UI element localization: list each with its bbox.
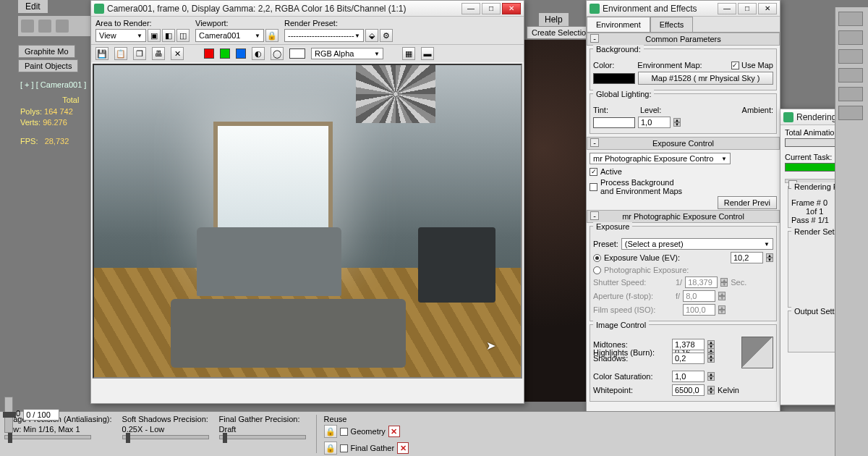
geometry-lock-icon[interactable]: 🔒 [324,425,337,438]
clear-icon[interactable]: ✕ [171,47,184,60]
hierarchy-tab-icon[interactable] [838,49,863,64]
app-icon [783,112,793,122]
modify-tab-icon[interactable] [838,30,863,45]
channel-blue[interactable] [236,48,246,59]
minimize-button[interactable]: — [461,3,480,14]
whitepoint-input[interactable]: 6500,0 [672,384,705,396]
common-params-header[interactable]: -Common Parameters [587,33,780,46]
global-lighting-group: Global Lighting: [593,90,654,98]
env-map-button[interactable]: Map #1528 ( mr Physical Sky ) [638,72,773,85]
maximize-button[interactable]: □ [482,3,501,14]
fg-check-label: Final Gather [351,444,395,452]
blowup-icon[interactable]: ◫ [176,29,190,42]
ambient-label: Ambient: [742,106,773,114]
midtones-input[interactable]: 1,378 [672,339,705,350]
render-preview-button[interactable]: Render Previ [718,196,777,209]
close-button[interactable]: ✕ [502,3,521,14]
crop-icon[interactable]: ◧ [162,29,175,42]
clone-icon[interactable]: ❐ [133,47,146,60]
fg-lock-icon[interactable]: 🔒 [324,442,337,455]
preset-select[interactable]: -------------------------▼ [284,29,364,42]
ev-spinner[interactable]: ▲▼ [766,253,773,262]
shutter-input: 18,379 [685,276,718,288]
mr-photographic-header[interactable]: -mr Photographic Exposure Control [587,210,780,223]
tint-swatch[interactable] [593,117,635,128]
lock-icon[interactable]: 🔒 [265,29,278,42]
render-bucket [356,65,435,123]
channel-alpha-icon[interactable]: ◐ [252,47,265,60]
exposure-control-header[interactable]: -Exposure Control [587,137,780,150]
area-select[interactable]: View▼ [95,29,146,42]
soft-shadows-slider[interactable] [122,435,209,439]
render-setup-icon[interactable]: ⚙ [380,29,393,42]
maximize-button[interactable]: □ [738,3,757,14]
ev-input[interactable]: 10,2 [731,252,763,263]
expo-preset-label: Preset: [593,240,618,248]
fg-checkbox[interactable] [340,444,348,452]
midtones-spinner[interactable]: ▲▼ [707,340,715,349]
bg-color-swatch[interactable] [289,48,305,59]
channel-red[interactable] [204,48,214,59]
main-toolbar [18,16,98,36]
copy-icon[interactable]: 📋 [114,47,127,60]
channel-green[interactable] [220,48,230,59]
render-output-viewport[interactable]: ➤ [93,64,522,379]
tab-graphite[interactable]: Graphite Mo [18,45,75,58]
menu-edit[interactable]: Edit [18,0,48,13]
shutter-label: Shutter Speed: [593,278,673,287]
menu-help[interactable]: Help [539,13,569,26]
pe-label: Photographic Exposure: [604,266,689,274]
exposure-type-select[interactable]: mr Photographic Exposure Contro▼ [590,153,731,164]
viewport-select[interactable]: Camera001▼ [195,29,264,42]
channel-select[interactable]: RGB Alpha▼ [311,48,383,59]
current-task-label: Current Task: [785,153,832,161]
region-icon[interactable]: ▣ [148,29,161,42]
use-map-checkbox[interactable]: ✓ [731,62,739,69]
level-input[interactable]: 1,0 [638,117,671,128]
expo-preset-select[interactable]: (Select a preset)▼ [621,238,773,250]
shadows-spinner[interactable]: ▲▼ [707,354,715,363]
reuse-label: Reuse [324,415,409,423]
level-spinner[interactable]: ▲▼ [673,118,681,127]
midtones-label: Midtones: [593,340,669,349]
tab-paint-objects[interactable]: Paint Objects [18,59,78,72]
utilities-tab-icon[interactable] [838,106,863,120]
tab-effects[interactable]: Effects [650,17,693,32]
geometry-delete-button[interactable]: ✕ [388,426,400,437]
level-label: Level: [640,106,661,114]
tint-label: Tint: [593,106,608,114]
whitepoint-spinner[interactable]: ▲▼ [707,386,715,394]
save-icon[interactable]: 💾 [95,47,109,60]
colorsat-spinner[interactable]: ▲▼ [707,372,715,381]
motion-tab-icon[interactable] [838,68,863,83]
viewport-stats: [ + ] [ Camera001 ] Total Polys: 164 742… [20,80,86,147]
shadows-label: Shadows: [593,354,669,363]
render-window-title: Camera001, frame 0, Display Gamma: 2,2, … [107,4,460,14]
colorsat-input[interactable]: 1,0 [672,371,705,382]
fg-delete-button[interactable]: ✕ [397,442,409,454]
perspective-viewport[interactable] [524,40,586,402]
display-tab-icon[interactable] [838,87,863,101]
toggle-overlay-icon[interactable]: ▦ [402,47,415,60]
colorsat-label: Color Saturation: [593,372,669,381]
tab-environment[interactable]: Environment [587,17,650,32]
toggle-ui-icon[interactable]: ▬ [421,47,434,60]
shadows-input[interactable]: 0,2 [672,352,705,364]
pe-radio[interactable] [593,266,601,274]
render-production-icon[interactable]: ⬙ [365,29,378,42]
minimize-button[interactable]: — [718,3,736,14]
close-button[interactable]: ✕ [758,3,777,14]
timeline-slider[interactable] [4,397,13,433]
print-icon[interactable]: 🖶 [152,47,165,60]
geometry-checkbox[interactable] [340,428,348,436]
bg-color-swatch[interactable] [593,73,635,84]
channel-mono-icon[interactable]: ◯ [271,47,284,60]
image-precision-slider[interactable] [4,435,91,439]
create-tab-icon[interactable] [838,12,863,26]
final-gather-label: Final Gather Precision: [219,415,306,423]
process-bg-checkbox[interactable] [590,183,597,191]
active-checkbox[interactable]: ✓ [590,168,597,176]
ev-radio[interactable] [593,254,601,262]
soft-shadows-label: Soft Shadows Precision: [122,415,209,423]
final-gather-slider[interactable] [219,435,306,439]
